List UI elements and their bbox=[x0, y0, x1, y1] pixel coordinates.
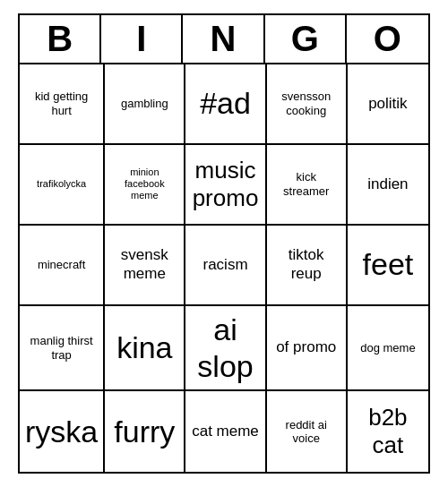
cell-text: kina bbox=[116, 329, 172, 366]
bingo-cell: of promo bbox=[267, 306, 348, 392]
cell-text: reddit ai voice bbox=[272, 418, 340, 446]
bingo-cell: tiktok reup bbox=[267, 226, 348, 306]
bingo-cell: music promo bbox=[185, 145, 266, 226]
cell-text: trafikolycka bbox=[37, 178, 86, 190]
cell-text: tiktok reup bbox=[272, 246, 340, 283]
bingo-grid: kid getting hurtgambling#adsvensson cook… bbox=[20, 64, 428, 473]
header-letter: I bbox=[101, 15, 183, 63]
bingo-cell: reddit ai voice bbox=[267, 391, 348, 472]
bingo-cell: svensson cooking bbox=[267, 64, 348, 145]
bingo-cell: ai slop bbox=[185, 306, 266, 392]
bingo-cell: minion facebook meme bbox=[105, 145, 185, 226]
bingo-cell: cat meme bbox=[185, 391, 266, 472]
bingo-cell: kina bbox=[105, 306, 185, 392]
cell-text: gambling bbox=[121, 97, 168, 111]
bingo-cell: ryska bbox=[20, 391, 105, 472]
bingo-cell: dog meme bbox=[348, 306, 428, 392]
bingo-cell: kick streamer bbox=[267, 145, 348, 226]
bingo-cell: kid getting hurt bbox=[20, 64, 105, 145]
cell-text: ai slop bbox=[191, 312, 259, 385]
cell-text: of promo bbox=[276, 338, 336, 356]
header-letter: B bbox=[20, 15, 101, 63]
cell-text: furry bbox=[114, 414, 175, 450]
cell-text: minion facebook meme bbox=[110, 167, 178, 202]
cell-text: politik bbox=[368, 95, 407, 113]
header-letter: N bbox=[183, 15, 264, 63]
cell-text: feet bbox=[363, 246, 414, 283]
cell-text: minecraft bbox=[38, 258, 85, 272]
bingo-cell: politik bbox=[348, 64, 428, 145]
cell-text: cat meme bbox=[192, 423, 259, 440]
bingo-cell: gambling bbox=[105, 64, 185, 145]
cell-text: kid getting hurt bbox=[25, 90, 98, 117]
header-letter: G bbox=[265, 15, 347, 63]
bingo-cell: furry bbox=[105, 391, 185, 472]
bingo-cell: feet bbox=[348, 226, 428, 306]
header-letter: O bbox=[347, 15, 428, 63]
cell-text: kick streamer bbox=[272, 170, 340, 198]
bingo-cell: #ad bbox=[185, 64, 266, 145]
bingo-cell: svensk meme bbox=[105, 226, 185, 306]
cell-text: indien bbox=[367, 175, 408, 193]
cell-text: racism bbox=[202, 256, 247, 274]
cell-text: svensk meme bbox=[110, 246, 178, 283]
bingo-cell: manlig thirst trap bbox=[20, 306, 105, 392]
bingo-cell: trafikolycka bbox=[20, 145, 105, 226]
bingo-cell: minecraft bbox=[20, 226, 105, 306]
cell-text: svensson cooking bbox=[272, 90, 340, 117]
cell-text: ryska bbox=[25, 414, 98, 450]
cell-text: #ad bbox=[200, 85, 251, 122]
cell-text: manlig thirst trap bbox=[25, 334, 98, 362]
bingo-header: BINGO bbox=[20, 15, 428, 64]
cell-text: music promo bbox=[191, 157, 259, 212]
bingo-cell: racism bbox=[185, 226, 266, 306]
bingo-card: BINGO kid getting hurtgambling#adsvensso… bbox=[18, 13, 430, 474]
bingo-cell: indien bbox=[348, 145, 428, 226]
bingo-cell: b2b cat bbox=[348, 391, 428, 472]
cell-text: b2b cat bbox=[353, 404, 423, 459]
cell-text: dog meme bbox=[360, 341, 415, 355]
